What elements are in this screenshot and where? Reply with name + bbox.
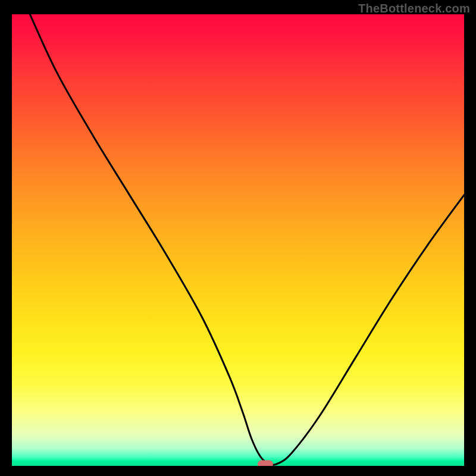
plot-area: [12, 14, 464, 466]
chart-frame: TheBottleneck.com: [0, 0, 476, 476]
bottleneck-curve: [12, 14, 464, 466]
optimum-marker: [258, 460, 273, 466]
watermark-text: TheBottleneck.com: [358, 2, 470, 15]
